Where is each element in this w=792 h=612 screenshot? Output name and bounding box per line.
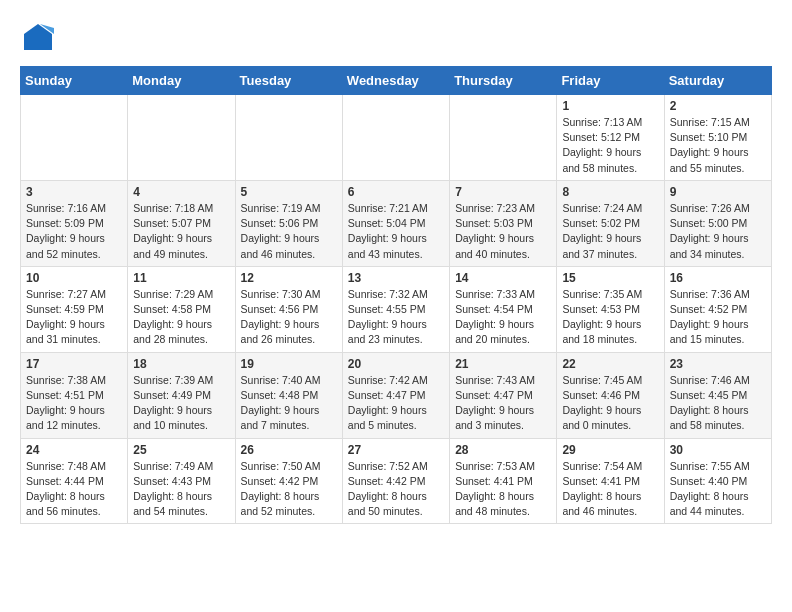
day-number: 15 bbox=[562, 271, 658, 285]
day-info: Sunrise: 7:55 AM Sunset: 4:40 PM Dayligh… bbox=[670, 459, 766, 520]
page-header bbox=[20, 20, 772, 56]
day-number: 24 bbox=[26, 443, 122, 457]
day-info: Sunrise: 7:49 AM Sunset: 4:43 PM Dayligh… bbox=[133, 459, 229, 520]
calendar-header-row: SundayMondayTuesdayWednesdayThursdayFrid… bbox=[21, 67, 772, 95]
day-info: Sunrise: 7:30 AM Sunset: 4:56 PM Dayligh… bbox=[241, 287, 337, 348]
day-number: 21 bbox=[455, 357, 551, 371]
calendar-day-cell: 22Sunrise: 7:45 AM Sunset: 4:46 PM Dayli… bbox=[557, 352, 664, 438]
calendar-day-cell: 18Sunrise: 7:39 AM Sunset: 4:49 PM Dayli… bbox=[128, 352, 235, 438]
calendar-day-cell: 19Sunrise: 7:40 AM Sunset: 4:48 PM Dayli… bbox=[235, 352, 342, 438]
calendar-day-cell: 26Sunrise: 7:50 AM Sunset: 4:42 PM Dayli… bbox=[235, 438, 342, 524]
day-info: Sunrise: 7:45 AM Sunset: 4:46 PM Dayligh… bbox=[562, 373, 658, 434]
calendar-day-cell: 9Sunrise: 7:26 AM Sunset: 5:00 PM Daylig… bbox=[664, 180, 771, 266]
logo-icon bbox=[20, 20, 56, 56]
day-info: Sunrise: 7:13 AM Sunset: 5:12 PM Dayligh… bbox=[562, 115, 658, 176]
calendar-day-cell: 16Sunrise: 7:36 AM Sunset: 4:52 PM Dayli… bbox=[664, 266, 771, 352]
day-number: 8 bbox=[562, 185, 658, 199]
calendar-week-row: 1Sunrise: 7:13 AM Sunset: 5:12 PM Daylig… bbox=[21, 95, 772, 181]
day-number: 2 bbox=[670, 99, 766, 113]
day-number: 20 bbox=[348, 357, 444, 371]
day-info: Sunrise: 7:48 AM Sunset: 4:44 PM Dayligh… bbox=[26, 459, 122, 520]
day-number: 26 bbox=[241, 443, 337, 457]
day-info: Sunrise: 7:18 AM Sunset: 5:07 PM Dayligh… bbox=[133, 201, 229, 262]
day-info: Sunrise: 7:54 AM Sunset: 4:41 PM Dayligh… bbox=[562, 459, 658, 520]
day-number: 11 bbox=[133, 271, 229, 285]
calendar-day-cell bbox=[450, 95, 557, 181]
calendar-week-row: 24Sunrise: 7:48 AM Sunset: 4:44 PM Dayli… bbox=[21, 438, 772, 524]
day-number: 6 bbox=[348, 185, 444, 199]
day-number: 14 bbox=[455, 271, 551, 285]
day-number: 9 bbox=[670, 185, 766, 199]
calendar-day-cell: 20Sunrise: 7:42 AM Sunset: 4:47 PM Dayli… bbox=[342, 352, 449, 438]
calendar-day-cell: 28Sunrise: 7:53 AM Sunset: 4:41 PM Dayli… bbox=[450, 438, 557, 524]
day-number: 19 bbox=[241, 357, 337, 371]
weekday-header: Thursday bbox=[450, 67, 557, 95]
weekday-header: Tuesday bbox=[235, 67, 342, 95]
day-number: 3 bbox=[26, 185, 122, 199]
day-info: Sunrise: 7:36 AM Sunset: 4:52 PM Dayligh… bbox=[670, 287, 766, 348]
day-number: 17 bbox=[26, 357, 122, 371]
calendar-day-cell: 27Sunrise: 7:52 AM Sunset: 4:42 PM Dayli… bbox=[342, 438, 449, 524]
calendar-day-cell bbox=[128, 95, 235, 181]
weekday-header: Sunday bbox=[21, 67, 128, 95]
svg-rect-2 bbox=[24, 40, 52, 50]
day-info: Sunrise: 7:40 AM Sunset: 4:48 PM Dayligh… bbox=[241, 373, 337, 434]
calendar-day-cell bbox=[235, 95, 342, 181]
calendar-day-cell: 8Sunrise: 7:24 AM Sunset: 5:02 PM Daylig… bbox=[557, 180, 664, 266]
calendar-day-cell: 4Sunrise: 7:18 AM Sunset: 5:07 PM Daylig… bbox=[128, 180, 235, 266]
weekday-header: Monday bbox=[128, 67, 235, 95]
day-number: 7 bbox=[455, 185, 551, 199]
logo bbox=[20, 20, 62, 56]
day-number: 12 bbox=[241, 271, 337, 285]
calendar-day-cell: 12Sunrise: 7:30 AM Sunset: 4:56 PM Dayli… bbox=[235, 266, 342, 352]
calendar-day-cell: 1Sunrise: 7:13 AM Sunset: 5:12 PM Daylig… bbox=[557, 95, 664, 181]
calendar-day-cell: 24Sunrise: 7:48 AM Sunset: 4:44 PM Dayli… bbox=[21, 438, 128, 524]
day-info: Sunrise: 7:33 AM Sunset: 4:54 PM Dayligh… bbox=[455, 287, 551, 348]
day-info: Sunrise: 7:52 AM Sunset: 4:42 PM Dayligh… bbox=[348, 459, 444, 520]
calendar-day-cell: 15Sunrise: 7:35 AM Sunset: 4:53 PM Dayli… bbox=[557, 266, 664, 352]
day-number: 22 bbox=[562, 357, 658, 371]
day-info: Sunrise: 7:38 AM Sunset: 4:51 PM Dayligh… bbox=[26, 373, 122, 434]
day-info: Sunrise: 7:42 AM Sunset: 4:47 PM Dayligh… bbox=[348, 373, 444, 434]
calendar-day-cell: 10Sunrise: 7:27 AM Sunset: 4:59 PM Dayli… bbox=[21, 266, 128, 352]
day-info: Sunrise: 7:24 AM Sunset: 5:02 PM Dayligh… bbox=[562, 201, 658, 262]
day-info: Sunrise: 7:23 AM Sunset: 5:03 PM Dayligh… bbox=[455, 201, 551, 262]
calendar-day-cell: 14Sunrise: 7:33 AM Sunset: 4:54 PM Dayli… bbox=[450, 266, 557, 352]
calendar-week-row: 17Sunrise: 7:38 AM Sunset: 4:51 PM Dayli… bbox=[21, 352, 772, 438]
day-info: Sunrise: 7:50 AM Sunset: 4:42 PM Dayligh… bbox=[241, 459, 337, 520]
day-number: 5 bbox=[241, 185, 337, 199]
calendar-day-cell: 17Sunrise: 7:38 AM Sunset: 4:51 PM Dayli… bbox=[21, 352, 128, 438]
day-info: Sunrise: 7:46 AM Sunset: 4:45 PM Dayligh… bbox=[670, 373, 766, 434]
day-info: Sunrise: 7:27 AM Sunset: 4:59 PM Dayligh… bbox=[26, 287, 122, 348]
day-number: 25 bbox=[133, 443, 229, 457]
day-info: Sunrise: 7:29 AM Sunset: 4:58 PM Dayligh… bbox=[133, 287, 229, 348]
day-number: 10 bbox=[26, 271, 122, 285]
calendar-day-cell: 25Sunrise: 7:49 AM Sunset: 4:43 PM Dayli… bbox=[128, 438, 235, 524]
day-number: 1 bbox=[562, 99, 658, 113]
day-info: Sunrise: 7:39 AM Sunset: 4:49 PM Dayligh… bbox=[133, 373, 229, 434]
calendar-day-cell: 21Sunrise: 7:43 AM Sunset: 4:47 PM Dayli… bbox=[450, 352, 557, 438]
day-number: 16 bbox=[670, 271, 766, 285]
calendar-week-row: 10Sunrise: 7:27 AM Sunset: 4:59 PM Dayli… bbox=[21, 266, 772, 352]
day-number: 28 bbox=[455, 443, 551, 457]
calendar-day-cell: 5Sunrise: 7:19 AM Sunset: 5:06 PM Daylig… bbox=[235, 180, 342, 266]
calendar-week-row: 3Sunrise: 7:16 AM Sunset: 5:09 PM Daylig… bbox=[21, 180, 772, 266]
calendar-day-cell bbox=[342, 95, 449, 181]
weekday-header: Friday bbox=[557, 67, 664, 95]
calendar-day-cell: 2Sunrise: 7:15 AM Sunset: 5:10 PM Daylig… bbox=[664, 95, 771, 181]
day-info: Sunrise: 7:32 AM Sunset: 4:55 PM Dayligh… bbox=[348, 287, 444, 348]
day-info: Sunrise: 7:26 AM Sunset: 5:00 PM Dayligh… bbox=[670, 201, 766, 262]
day-info: Sunrise: 7:15 AM Sunset: 5:10 PM Dayligh… bbox=[670, 115, 766, 176]
day-info: Sunrise: 7:43 AM Sunset: 4:47 PM Dayligh… bbox=[455, 373, 551, 434]
day-number: 4 bbox=[133, 185, 229, 199]
calendar-day-cell: 11Sunrise: 7:29 AM Sunset: 4:58 PM Dayli… bbox=[128, 266, 235, 352]
weekday-header: Wednesday bbox=[342, 67, 449, 95]
day-number: 30 bbox=[670, 443, 766, 457]
day-number: 13 bbox=[348, 271, 444, 285]
day-number: 23 bbox=[670, 357, 766, 371]
weekday-header: Saturday bbox=[664, 67, 771, 95]
calendar-day-cell: 23Sunrise: 7:46 AM Sunset: 4:45 PM Dayli… bbox=[664, 352, 771, 438]
calendar-day-cell: 7Sunrise: 7:23 AM Sunset: 5:03 PM Daylig… bbox=[450, 180, 557, 266]
calendar-table: SundayMondayTuesdayWednesdayThursdayFrid… bbox=[20, 66, 772, 524]
day-info: Sunrise: 7:53 AM Sunset: 4:41 PM Dayligh… bbox=[455, 459, 551, 520]
